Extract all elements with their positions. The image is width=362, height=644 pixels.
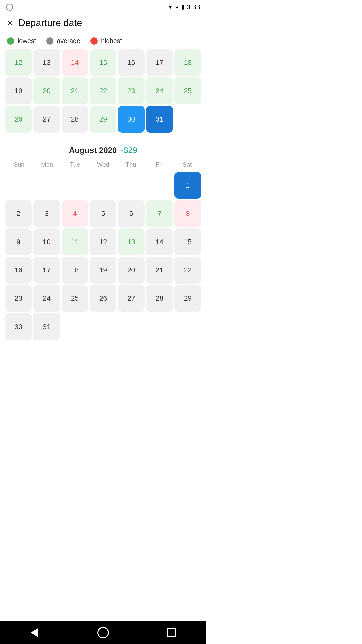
- calendar-cell: [146, 172, 173, 199]
- calendar-cell[interactable]: 25: [174, 77, 201, 104]
- calendar-cell[interactable]: 25: [62, 285, 88, 312]
- calendar-cell[interactable]: 9: [5, 228, 32, 255]
- day-header-thu: Thu: [117, 159, 145, 170]
- page-title: Departure date: [18, 18, 82, 28]
- calendar-cell[interactable]: 5: [90, 200, 116, 227]
- calendar-cell[interactable]: 28: [146, 285, 173, 312]
- calendar-cell[interactable]: 6: [118, 200, 145, 227]
- calendar-cell[interactable]: 26: [5, 106, 32, 133]
- calendar-cell[interactable]: 28: [62, 106, 88, 133]
- calendar-cell[interactable]: 21: [62, 77, 88, 104]
- calendar-cell[interactable]: 14: [62, 49, 88, 76]
- clock: 3:33: [187, 3, 200, 11]
- legend-dot-lowest: [7, 37, 14, 45]
- day-header-fri: Fri: [145, 159, 173, 170]
- calendar-cell[interactable]: 27: [33, 106, 60, 133]
- calendar-cell[interactable]: 17: [33, 257, 60, 284]
- calendar-cell[interactable]: 4: [62, 200, 88, 227]
- legend-dot-average: [46, 37, 53, 45]
- legend-item-average: average: [46, 37, 80, 45]
- status-right: ▼ ◂ ▮ 3:33: [168, 3, 200, 11]
- calendar-cell: [5, 172, 32, 199]
- calendar-cell[interactable]: 14: [146, 228, 173, 255]
- status-bar: ▼ ◂ ▮ 3:33: [0, 0, 206, 14]
- day-header-wed: Wed: [89, 159, 117, 170]
- calendar-cell: [146, 313, 173, 340]
- calendar-cell[interactable]: 18: [62, 257, 88, 284]
- calendar-cell[interactable]: 2: [5, 200, 32, 227]
- calendar-cell[interactable]: 20: [118, 257, 145, 284]
- august-month-label: August 2020: [69, 146, 117, 155]
- calendar-cell[interactable]: 17: [146, 49, 173, 76]
- day-header-mon: Mon: [33, 159, 61, 170]
- calendar-cell[interactable]: 22: [90, 77, 116, 104]
- calendar-cell[interactable]: 27: [118, 285, 145, 312]
- day-header-sat: Sat: [173, 159, 201, 170]
- calendar-cell[interactable]: 13: [118, 228, 145, 255]
- calendar-cell[interactable]: 19: [5, 77, 32, 104]
- calendar-cell[interactable]: 16: [118, 49, 145, 76]
- calendar-cell[interactable]: 29: [90, 106, 116, 133]
- calendar-cell[interactable]: 18: [174, 49, 201, 76]
- calendar-cell[interactable]: 13: [33, 49, 60, 76]
- calendar-cell[interactable]: 3: [33, 200, 60, 227]
- calendar-cell[interactable]: 30: [5, 313, 32, 340]
- signal-icon: ◂: [176, 4, 178, 10]
- close-icon[interactable]: ×: [7, 19, 12, 28]
- calendar-cell[interactable]: 7: [146, 200, 173, 227]
- august-price: ~$29: [119, 146, 137, 155]
- calendar-cell: [174, 106, 201, 133]
- calendar-cell[interactable]: 10: [33, 228, 60, 255]
- calendar-cell[interactable]: 8: [174, 200, 201, 227]
- battery-icon: ▮: [181, 4, 184, 10]
- calendar-cell[interactable]: 26: [90, 285, 116, 312]
- calendar-cell[interactable]: 31: [146, 106, 173, 133]
- calendar-cell[interactable]: 19: [90, 257, 116, 284]
- calendar-cell[interactable]: 16: [5, 257, 32, 284]
- calendar-cell: [90, 172, 116, 199]
- calendar-section: 1213141516171819202122232425262728293031…: [0, 49, 206, 340]
- legend-item-highest: highest: [90, 37, 122, 45]
- calendar-cell[interactable]: 23: [118, 77, 145, 104]
- calendar-cell: [118, 313, 145, 340]
- status-left: [6, 4, 13, 11]
- legend: lowest average highest: [0, 32, 206, 49]
- calendar-cell[interactable]: 1: [174, 172, 201, 199]
- calendar-cell[interactable]: 30: [118, 106, 145, 133]
- calendar-cell[interactable]: 22: [174, 257, 201, 284]
- calendar-cell[interactable]: 24: [33, 285, 60, 312]
- day-headers: Sun Mon Tue Wed Thu Fri Sat: [5, 159, 201, 170]
- calendar-cell[interactable]: 15: [90, 49, 116, 76]
- calendar-cell[interactable]: 15: [174, 228, 201, 255]
- calendar-cell[interactable]: 20: [33, 77, 60, 104]
- calendar-cell[interactable]: 31: [33, 313, 60, 340]
- header: × Departure date: [0, 14, 206, 32]
- legend-label-lowest: lowest: [18, 37, 36, 45]
- august-calendar-grid: 1234567891011121314151617181920212223242…: [5, 172, 201, 340]
- calendar-cell: [118, 172, 145, 199]
- calendar-cell: [174, 313, 201, 340]
- july-calendar-grid: 1213141516171819202122232425262728293031: [5, 49, 201, 133]
- day-header-sun: Sun: [5, 159, 33, 170]
- calendar-cell: [62, 313, 88, 340]
- wifi-icon: ▼: [168, 4, 173, 10]
- calendar-cell[interactable]: 12: [5, 49, 32, 76]
- calendar-cell[interactable]: 23: [5, 285, 32, 312]
- calendar-cell[interactable]: 12: [90, 228, 116, 255]
- legend-label-average: average: [57, 37, 80, 45]
- legend-label-highest: highest: [101, 37, 122, 45]
- legend-dot-highest: [90, 37, 98, 45]
- legend-item-lowest: lowest: [7, 37, 36, 45]
- calendar-cell[interactable]: 29: [174, 285, 201, 312]
- calendar-cell: [62, 172, 88, 199]
- calendar-cell[interactable]: 11: [62, 228, 88, 255]
- calendar-cell[interactable]: 24: [146, 77, 173, 104]
- status-circle-icon: [6, 4, 13, 11]
- day-header-tue: Tue: [61, 159, 89, 170]
- calendar-cell: [33, 172, 60, 199]
- calendar-cell: [90, 313, 116, 340]
- august-month-header: August 2020 ~$29: [5, 139, 201, 159]
- calendar-cell[interactable]: 21: [146, 257, 173, 284]
